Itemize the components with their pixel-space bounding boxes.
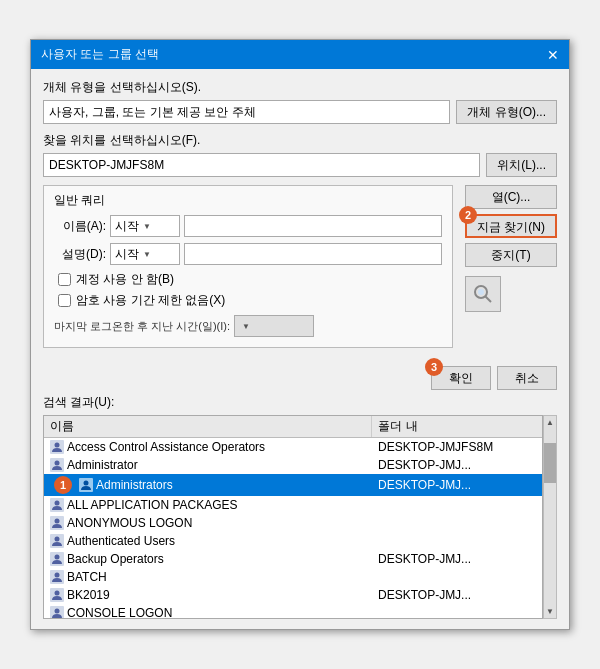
- result-table: 이름 폴더 내 Access Control Assistance Operat…: [43, 415, 543, 619]
- table-row[interactable]: BATCH: [44, 568, 542, 586]
- svg-line-1: [486, 297, 492, 303]
- stop-button[interactable]: 중지(T): [465, 243, 557, 267]
- row-name: ALL APPLICATION PACKAGES: [67, 498, 238, 512]
- row-name: BK2019: [67, 588, 110, 602]
- row-folder: [372, 540, 542, 542]
- search-result-label: 검색 결과(U):: [43, 394, 557, 411]
- cancel-button[interactable]: 취소: [497, 366, 557, 390]
- query-title: 일반 쿼리: [54, 192, 442, 209]
- svg-point-16: [55, 555, 60, 560]
- svg-point-10: [55, 501, 60, 506]
- row-folder: DESKTOP-JMJ...: [372, 551, 542, 567]
- open-button[interactable]: 열(C)...: [465, 185, 557, 209]
- col-folder-header: 폴더 내: [372, 416, 542, 437]
- step1-badge: 1: [54, 476, 72, 494]
- row-name: BATCH: [67, 570, 107, 584]
- search-icon: [472, 283, 494, 305]
- search-icon-button[interactable]: [465, 276, 501, 312]
- user-icon: [50, 606, 64, 618]
- time-label: 마지막 로그온한 후 지난 시간(일)(I):: [54, 319, 230, 334]
- no-expiry-checkbox[interactable]: [58, 294, 71, 307]
- row-folder: DESKTOP-JMJ...: [372, 587, 542, 603]
- result-header: 이름 폴더 내: [44, 416, 542, 438]
- row-folder: [372, 522, 542, 524]
- object-type-button[interactable]: 개체 유형(O)...: [456, 100, 557, 124]
- svg-point-8: [84, 481, 89, 486]
- user-icon: [50, 440, 64, 454]
- time-combo[interactable]: ▼: [234, 315, 314, 337]
- name-label: 이름(A):: [54, 218, 106, 235]
- user-icon: [50, 534, 64, 548]
- row-name: Backup Operators: [67, 552, 164, 566]
- svg-point-22: [55, 609, 60, 614]
- result-rows: Access Control Assistance OperatorsDESKT…: [44, 438, 542, 618]
- time-combo-arrow: ▼: [242, 322, 250, 331]
- table-row[interactable]: Backup OperatorsDESKTOP-JMJ...: [44, 550, 542, 568]
- scroll-up-arrow[interactable]: ▲: [544, 416, 556, 429]
- dialog-title: 사용자 또는 그룹 선택: [41, 46, 159, 63]
- table-row[interactable]: AdministratorDESKTOP-JMJ...: [44, 456, 542, 474]
- desc-combo[interactable]: 시작 ▼: [110, 243, 180, 265]
- find-now-button[interactable]: 지금 찾기(N): [465, 214, 557, 238]
- user-icon: [50, 516, 64, 530]
- row-folder: DESKTOP-JMJ...: [372, 477, 542, 493]
- object-type-label: 개체 유형을 선택하십시오(S).: [43, 79, 557, 96]
- step2-badge: 2: [459, 206, 477, 224]
- disabled-account-label: 계정 사용 안 함(B): [76, 271, 174, 288]
- desc-label: 설명(D):: [54, 246, 106, 263]
- query-group: 일반 쿼리 이름(A): 시작 ▼ 설명(D): 시작: [43, 185, 453, 348]
- svg-point-2: [478, 289, 484, 295]
- user-icon: [79, 478, 93, 492]
- desc-combo-arrow: ▼: [143, 250, 151, 259]
- svg-point-14: [55, 537, 60, 542]
- bottom-buttons: 확인 3 취소: [43, 366, 557, 390]
- svg-point-12: [55, 519, 60, 524]
- disabled-account-checkbox[interactable]: [58, 273, 71, 286]
- name-combo-value: 시작: [115, 218, 139, 235]
- name-combo-arrow: ▼: [143, 222, 151, 231]
- col-name-header: 이름: [44, 416, 372, 437]
- table-row[interactable]: ALL APPLICATION PACKAGES: [44, 496, 542, 514]
- svg-point-6: [55, 461, 60, 466]
- row-name: Administrators: [96, 478, 173, 492]
- table-row[interactable]: 1AdministratorsDESKTOP-JMJ...: [44, 474, 542, 496]
- right-button-panel: 열(C)... 지금 찾기(N) 2 중지(T): [465, 185, 557, 312]
- scroll-thumb[interactable]: [544, 443, 556, 483]
- user-icon: [50, 588, 64, 602]
- row-folder: DESKTOP-JMJ...: [372, 457, 542, 473]
- user-icon: [50, 498, 64, 512]
- table-row[interactable]: CONSOLE LOGON: [44, 604, 542, 618]
- row-name: Authenticated Users: [67, 534, 175, 548]
- name-text-input[interactable]: [184, 215, 442, 237]
- svg-point-20: [55, 591, 60, 596]
- location-label: 찾을 위치를 선택하십시오(F).: [43, 132, 557, 149]
- row-name: CONSOLE LOGON: [67, 606, 172, 618]
- row-folder: DESKTOP-JMJFS8M: [372, 439, 542, 455]
- name-combo[interactable]: 시작 ▼: [110, 215, 180, 237]
- location-button[interactable]: 위치(L)...: [486, 153, 557, 177]
- table-row[interactable]: ANONYMOUS LOGON: [44, 514, 542, 532]
- close-button[interactable]: ✕: [547, 48, 559, 62]
- location-input[interactable]: [43, 153, 480, 177]
- row-folder: [372, 612, 542, 614]
- table-row[interactable]: Authenticated Users: [44, 532, 542, 550]
- row-name: Administrator: [67, 458, 138, 472]
- table-row[interactable]: Access Control Assistance OperatorsDESKT…: [44, 438, 542, 456]
- row-folder: [372, 504, 542, 506]
- desc-combo-value: 시작: [115, 246, 139, 263]
- title-bar: 사용자 또는 그룹 선택 ✕: [31, 40, 569, 69]
- row-folder: [372, 576, 542, 578]
- object-type-input[interactable]: [43, 100, 450, 124]
- step3-badge: 3: [425, 358, 443, 376]
- scrollbar[interactable]: ▲ ▼: [543, 415, 557, 619]
- row-name: ANONYMOUS LOGON: [67, 516, 192, 530]
- row-name: Access Control Assistance Operators: [67, 440, 265, 454]
- no-expiry-label: 암호 사용 기간 제한 없음(X): [76, 292, 225, 309]
- desc-text-input[interactable]: [184, 243, 442, 265]
- select-user-dialog: 사용자 또는 그룹 선택 ✕ 개체 유형을 선택하십시오(S). 개체 유형(O…: [30, 39, 570, 630]
- table-row[interactable]: BK2019DESKTOP-JMJ...: [44, 586, 542, 604]
- svg-point-4: [55, 443, 60, 448]
- user-icon: [50, 552, 64, 566]
- scroll-down-arrow[interactable]: ▼: [544, 605, 556, 618]
- user-icon: [50, 458, 64, 472]
